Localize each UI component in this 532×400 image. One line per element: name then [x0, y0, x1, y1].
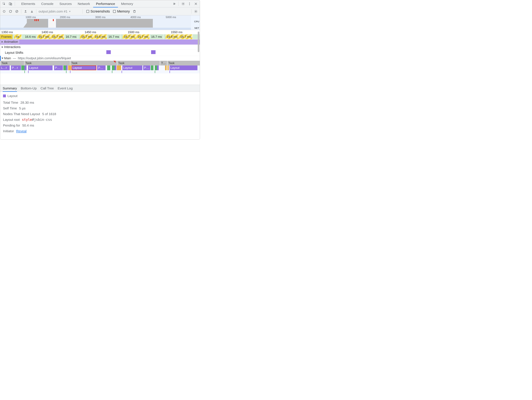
time-ruler: 1350 ms1400 ms1450 ms1500 ms1550 ms — [0, 30, 200, 34]
upload-icon[interactable] — [23, 9, 28, 14]
scrollbar-thumb[interactable] — [198, 31, 199, 52]
record-icon[interactable] — [1, 9, 7, 14]
pending-value: 50.4 ms — [22, 123, 34, 127]
block-layout[interactable]: Layout — [28, 66, 52, 70]
kebab-menu-icon[interactable] — [187, 1, 192, 6]
overview-tick: 5000 ms — [166, 16, 176, 19]
more-tabs-icon[interactable] — [171, 1, 177, 6]
self-time-label: Self Time — [3, 106, 17, 110]
main-track-separator: — — [12, 56, 17, 60]
frame-cell[interactable]: 16.7 ms — [179, 34, 193, 39]
overview-tick: 3000 ms — [95, 16, 105, 19]
block[interactable] — [66, 66, 68, 70]
frame-cell[interactable]: 16.7 ms — [107, 34, 121, 39]
frame-cell[interactable]: 16.7 ms — [51, 34, 65, 39]
frame-cell[interactable]: 16.6 ms — [165, 34, 179, 39]
interactions-track[interactable]: Interactions — [0, 45, 200, 50]
clear-icon[interactable] — [14, 9, 19, 14]
block-lt[interactable]: L…t — [0, 66, 10, 70]
nodes-label: Nodes That Need Layout — [3, 112, 40, 116]
frame-cell[interactable]: 16.7 ms — [64, 34, 78, 39]
task-block[interactable]: Task — [24, 61, 70, 66]
frame-cell[interactable]: 16.6 ms — [24, 34, 37, 39]
main-track-url: https://output.jsbin.com/elisum/9/quiet — [18, 56, 71, 60]
block[interactable] — [115, 66, 116, 70]
chevron-right-icon[interactable] — [2, 41, 3, 43]
svg-point-7 — [3, 10, 5, 12]
inspect-element-icon[interactable] — [1, 1, 7, 6]
frame-cell[interactable]: 16.7 ms — [80, 34, 94, 39]
tab-sources[interactable]: Sources — [57, 0, 75, 7]
block-layout[interactable]: Layout — [72, 66, 96, 70]
detail-tab-summary[interactable]: Summary — [3, 85, 17, 92]
overview-tick: 1000 ms — [25, 16, 36, 19]
block[interactable] — [117, 66, 121, 70]
detail-tab-bottom-up[interactable]: Bottom-Up — [21, 85, 37, 92]
tab-network[interactable]: Network — [75, 0, 93, 7]
block-p[interactable]: P… — [97, 66, 106, 70]
svg-point-6 — [189, 4, 190, 5]
ruler-tick: 1350 ms — [1, 31, 13, 34]
initiator-label: Initiator — [3, 129, 14, 133]
tab-memory[interactable]: Memory — [118, 0, 136, 7]
screenshots-checkbox[interactable]: Screenshots — [84, 9, 110, 13]
chevron-right-icon[interactable] — [2, 46, 3, 48]
block[interactable] — [151, 66, 154, 70]
close-icon[interactable] — [193, 1, 199, 6]
trash-icon[interactable] — [132, 9, 137, 14]
block-p[interactable]: P… — [54, 66, 63, 70]
reload-icon[interactable] — [8, 9, 13, 14]
gear-icon[interactable] — [180, 1, 186, 6]
overview-marks — [0, 19, 191, 21]
svg-point-5 — [189, 4, 190, 4]
frame-cell[interactable]: 16.7 ms — [123, 34, 136, 39]
device-toolbar-icon[interactable] — [8, 1, 13, 6]
memory-checkbox[interactable]: Memory — [111, 9, 130, 13]
block-layout[interactable]: Layout — [122, 66, 142, 70]
tab-elements[interactable]: Elements — [19, 0, 38, 7]
target-selector[interactable]: output.jsbin.com #1 ▼ — [38, 9, 81, 14]
block[interactable] — [167, 66, 169, 70]
block-p[interactable]: P… — [143, 66, 150, 70]
block[interactable] — [63, 66, 66, 70]
task-block[interactable]: T… — [160, 61, 167, 66]
capture-settings-icon[interactable] — [193, 9, 199, 14]
task-block[interactable]: Task — [167, 61, 197, 66]
frame-cell[interactable]: 16.7 ms — [136, 34, 150, 39]
layout-root-value: style#jsbin-css — [22, 118, 52, 122]
block[interactable] — [25, 66, 26, 70]
ruler-tick: 1500 ms — [128, 31, 139, 34]
frame-cell[interactable]: 16.7 ms — [37, 34, 51, 39]
flamechart[interactable]: 1350 ms1400 ms1450 ms1500 ms1550 ms Fram… — [0, 30, 200, 85]
frame-cell[interactable]: 16.7 ms — [150, 34, 164, 39]
block[interactable] — [157, 66, 159, 70]
block-pt[interactable]: P…t — [11, 66, 21, 70]
layout-shifts-track[interactable]: Layout Shifts — [0, 50, 200, 56]
block[interactable] — [68, 66, 71, 70]
block[interactable] — [21, 66, 25, 70]
tab-console[interactable]: Console — [38, 0, 56, 7]
block-layout[interactable]: Layout — [170, 66, 197, 70]
task-block[interactable]: Task — [117, 61, 159, 66]
block[interactable] — [165, 66, 167, 70]
detail-tab-call-tree[interactable]: Call Tree — [40, 85, 54, 92]
task-block[interactable]: Task — [70, 61, 115, 66]
task-block[interactable]: Task — [0, 61, 24, 66]
frames-track-label: Frames — [1, 35, 12, 38]
animation-track[interactable]: Animation — [0, 39, 200, 45]
frames-track[interactable]: Frames ns16.6 ms16.7 ms16.7 ms16.7 ms16.… — [0, 34, 200, 39]
block[interactable] — [107, 66, 110, 70]
target-label: output.jsbin.com #1 — [38, 10, 67, 13]
overview-timeline[interactable]: 1000 ms2000 ms3000 ms4000 ms5000 ms CPU … — [0, 15, 200, 30]
download-icon[interactable] — [29, 9, 35, 14]
block[interactable] — [112, 66, 115, 70]
panel-tabbar: ElementsConsoleSourcesNetworkPerformance… — [0, 0, 200, 7]
frame-cell[interactable]: 16.6 ms — [94, 34, 107, 39]
initiator-reveal-link[interactable]: Reveal — [16, 129, 26, 133]
main-track[interactable]: Main — https://output.jsbin.com/elisum/9… — [0, 56, 200, 74]
block[interactable] — [155, 66, 157, 70]
chevron-down-icon[interactable] — [2, 58, 4, 59]
tab-performance[interactable]: Performance — [93, 0, 118, 7]
frame-cell[interactable]: ns — [14, 34, 22, 39]
detail-tab-event-log[interactable]: Event Log — [58, 85, 73, 92]
